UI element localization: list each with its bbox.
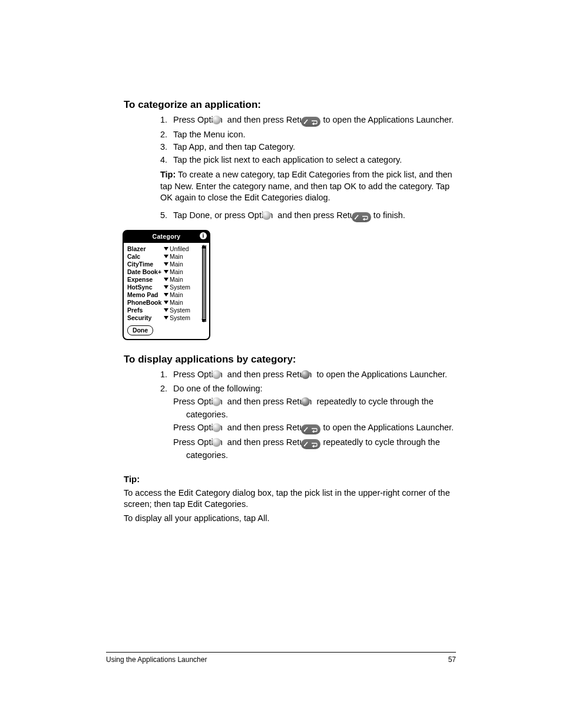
svg-point-2	[304, 430, 305, 431]
app-name: HotSync	[127, 284, 164, 291]
scroll-down-icon[interactable]	[201, 319, 206, 322]
cat-label: System	[170, 314, 190, 321]
page-number: 57	[448, 655, 456, 664]
app-name: Blazer	[127, 245, 164, 253]
step-2: 2.Do one of the following:	[160, 383, 456, 395]
cat-pick[interactable]: Main	[164, 276, 200, 284]
cat-label: System	[170, 307, 190, 314]
cat-label: Main	[170, 299, 183, 306]
chevron-down-icon	[164, 270, 168, 274]
return-pill-icon	[314, 424, 320, 436]
chevron-down-icon	[164, 262, 168, 266]
cat-pick[interactable]: Main	[164, 253, 200, 261]
cat-label: Main	[170, 261, 183, 268]
step-num: 1.	[160, 369, 173, 381]
tip-p2: To display all your applications, tap Al…	[124, 513, 456, 525]
cat-label: System	[170, 284, 190, 291]
scrollbar[interactable]	[202, 245, 206, 322]
step-num: 3.	[160, 141, 173, 153]
cat-label: Main	[170, 253, 183, 260]
heading-categorize: To categorize an application:	[124, 98, 456, 112]
chevron-down-icon	[164, 255, 168, 258]
step-3: 3.Tap App, and then tap Category.	[160, 141, 456, 153]
text: Tap App, and then tap Category.	[173, 142, 295, 151]
scroll-up-icon[interactable]	[201, 245, 206, 248]
text: Do one of the following:	[173, 384, 263, 393]
step-5: 5.Tap Done, or press Option and then pre…	[160, 210, 456, 223]
app-name: Expense	[127, 276, 164, 284]
step-num: 2.	[160, 129, 173, 141]
cat-label: Main	[170, 268, 183, 275]
chevron-down-icon	[164, 285, 168, 289]
text: Tap the Menu icon.	[173, 130, 246, 139]
return-pill-icon	[314, 439, 320, 450]
text: Tap Done, or press Option	[173, 210, 275, 220]
done-button[interactable]: Done	[127, 325, 153, 335]
text: to open the Applications Launcher.	[320, 423, 454, 432]
step-1: 1.Press Option and then press Return to …	[160, 114, 456, 128]
return-pill-icon	[365, 212, 371, 223]
cat-pick[interactable]: Main	[164, 261, 200, 268]
return-pill-icon	[314, 116, 320, 128]
step-1: 1.Press Option and then press Return to …	[160, 369, 456, 383]
tip-p1: To access the Edit Category dialog box, …	[124, 487, 456, 510]
app-name: Security	[127, 314, 164, 322]
chevron-down-icon	[164, 278, 168, 281]
cat-pick[interactable]: System	[164, 307, 200, 314]
chevron-down-icon	[164, 308, 168, 312]
app-name: Date Book+	[127, 268, 164, 276]
tip-text: To create a new category, tap Edit Categ…	[160, 170, 452, 202]
bullet-1: Press Option and then press Return repea…	[173, 396, 456, 421]
step-num: 2.	[160, 383, 173, 395]
bullet-2: Press Option and then press Return to op…	[173, 422, 456, 436]
cat-pick[interactable]: Main	[164, 299, 200, 307]
cat-pick[interactable]: Main	[164, 268, 200, 276]
cat-pick[interactable]: System	[164, 284, 200, 291]
text: to finish.	[371, 210, 405, 220]
cat-pick[interactable]: Unfiled	[164, 245, 200, 253]
svg-point-1	[355, 218, 356, 219]
cat-pick[interactable]: Main	[164, 291, 200, 299]
app-name: CityTime	[127, 261, 164, 268]
step-num: 5.	[160, 210, 173, 222]
chevron-down-icon	[164, 316, 168, 319]
title: Category	[153, 233, 181, 240]
app-name: Calc	[127, 253, 164, 261]
category-screenshot: Category i Blazer Calc CityTime Date Boo…	[123, 230, 210, 340]
tip-body: To access the Edit Category dialog box, …	[124, 487, 456, 525]
svg-point-3	[304, 444, 305, 446]
app-name: Prefs	[127, 307, 164, 314]
cat-label: Main	[170, 276, 183, 283]
category-column: Unfiled Main Main Main Main System Main …	[164, 245, 200, 322]
step-4: 4.Tap the pick list next to each applica…	[160, 154, 456, 166]
chevron-down-icon	[164, 301, 168, 304]
tip-heading: Tip:	[124, 473, 456, 485]
svg-point-0	[304, 123, 305, 124]
text: Tap the pick list next to each applicati…	[173, 155, 402, 164]
app-column: Blazer Calc CityTime Date Book+ Expense …	[127, 245, 164, 322]
step-2: 2.Tap the Menu icon.	[160, 129, 456, 141]
chevron-down-icon	[164, 247, 168, 251]
app-name: PhoneBook	[127, 299, 164, 307]
tip-inline: Tip: To create a new category, tap Edit …	[160, 169, 456, 204]
cat-pick[interactable]: System	[164, 314, 200, 322]
step-num: 1.	[160, 114, 173, 126]
footer-title: Using the Applications Launcher	[106, 655, 207, 664]
step-num: 4.	[160, 154, 173, 166]
info-icon[interactable]: i	[200, 232, 207, 239]
app-name: Memo Pad	[127, 291, 164, 299]
chevron-down-icon	[164, 293, 168, 297]
text: to open the Applications Launcher.	[314, 370, 447, 379]
steps-display: 1.Press Option and then press Return to …	[124, 369, 456, 462]
bullet-3: Press Option and then press Return repea…	[173, 437, 456, 462]
text: to open the Applications Launcher.	[320, 115, 454, 124]
steps-categorize: 1.Press Option and then press Return to …	[124, 114, 456, 166]
heading-display: To display applications by category:	[124, 353, 456, 367]
page-footer: Using the Applications Launcher 57	[106, 652, 456, 664]
titlebar: Category i	[124, 231, 209, 242]
cat-label: Unfiled	[170, 245, 189, 252]
cat-label: Main	[170, 291, 183, 298]
